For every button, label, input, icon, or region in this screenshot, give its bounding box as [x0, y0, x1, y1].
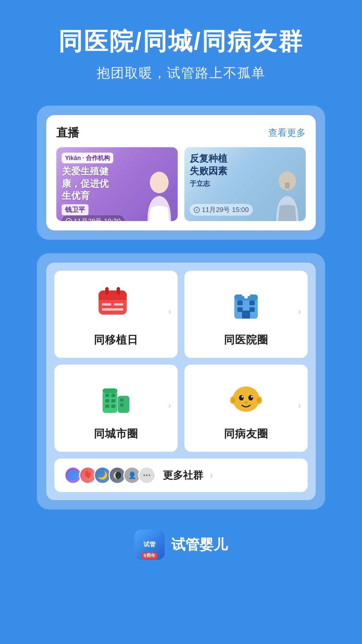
group-item-city[interactable]: › — [54, 365, 178, 452]
svg-rect-23 — [111, 394, 115, 397]
clock-icon-1 — [66, 218, 72, 221]
live-item-1[interactable]: Yikān · 合作机构 关爱生殖健康，促进优生优育 钱卫平 11月28号 19… — [56, 147, 178, 221]
app-icon[interactable]: 试管 9周年 — [134, 530, 165, 560]
live-badge-1: Yikān · 合作机构 — [62, 153, 113, 163]
svg-rect-15 — [249, 301, 255, 305]
more-communities-bar[interactable]: 🌐 🎈 🌙 🌘 👤 ··· 更多社群 › — [54, 459, 308, 492]
live-label: 直播 — [56, 125, 79, 141]
svg-point-0 — [150, 172, 169, 193]
svg-rect-8 — [102, 303, 111, 306]
svg-rect-17 — [249, 307, 255, 312]
svg-point-31 — [233, 386, 259, 412]
group-label-transplant: 同移植日 — [94, 333, 138, 347]
more-communities-label: 更多社群 — [163, 469, 203, 482]
doctor-figure-2 — [269, 164, 306, 221]
svg-rect-29 — [120, 404, 124, 407]
svg-rect-7 — [117, 287, 120, 294]
group-label-hospital: 同医院圈 — [224, 333, 268, 347]
svg-point-37 — [248, 395, 253, 400]
svg-rect-19 — [242, 293, 250, 296]
live-header: 直播 查看更多 — [56, 125, 306, 141]
svg-rect-2 — [285, 182, 290, 189]
group-item-friend[interactable]: › — [184, 365, 308, 452]
svg-rect-25 — [111, 399, 115, 402]
groups-grid: › — [54, 271, 308, 452]
svg-rect-6 — [105, 287, 109, 294]
svg-rect-30 — [103, 388, 117, 393]
groups-card: › — [37, 253, 325, 509]
hero-section: 同医院/同城/同病友群 抱团取暖，试管路上不孤单 — [0, 0, 362, 96]
footer: 试管 9周年 试管婴儿 — [134, 530, 228, 560]
app-icon-badge: 9周年 — [141, 552, 158, 559]
community-avatars: 🌐 🎈 🌙 🌘 👤 ··· — [64, 467, 153, 484]
hero-subtitle: 抱团取暖，试管路上不孤单 — [13, 64, 349, 82]
svg-rect-22 — [105, 394, 109, 397]
groups-inner: › — [46, 263, 316, 500]
svg-rect-16 — [237, 307, 243, 312]
svg-point-35 — [257, 397, 261, 403]
app-name: 试管婴儿 — [171, 535, 228, 554]
svg-point-39 — [251, 396, 253, 398]
more-communities-chevron: › — [210, 470, 213, 481]
calendar-icon — [96, 284, 136, 325]
svg-rect-28 — [120, 398, 124, 401]
svg-point-36 — [239, 395, 244, 400]
live-inner: 直播 查看更多 Yikān · 合作机构 关爱生殖健康，促进优生优育 钱卫平 — [46, 115, 316, 230]
svg-rect-14 — [237, 301, 243, 305]
friend-icon — [226, 378, 266, 419]
svg-rect-10 — [102, 308, 123, 311]
group-item-hospital[interactable]: › — [184, 271, 308, 358]
chevron-icon-friend: › — [298, 401, 301, 410]
svg-rect-13 — [242, 311, 250, 319]
live-time-2: 11月29号 15:00 — [190, 204, 253, 216]
svg-rect-5 — [99, 296, 127, 300]
chevron-icon-hospital: › — [298, 307, 301, 316]
city-icon — [96, 378, 136, 419]
doctor-figure-1 — [141, 164, 178, 221]
chevron-icon-transplant: › — [168, 307, 171, 316]
svg-point-38 — [242, 396, 243, 398]
community-avatar-dots: ··· — [138, 467, 156, 484]
svg-rect-26 — [105, 405, 109, 408]
live-time-text-1: 11月28号 19:30 — [74, 217, 121, 221]
svg-rect-24 — [105, 399, 109, 402]
hospital-icon — [226, 284, 266, 325]
group-label-city: 同城市圈 — [94, 427, 138, 441]
live-doctor-1: 钱卫平 — [62, 204, 88, 215]
svg-rect-9 — [114, 303, 123, 306]
live-item-2[interactable]: 反复种植失败因素 于立志 11月29号 15:00 — [184, 147, 306, 221]
group-label-friend: 同病友圈 — [224, 427, 268, 441]
chevron-icon-city: › — [168, 401, 171, 410]
hero-title: 同医院/同城/同病友群 — [13, 27, 349, 56]
svg-point-40 — [244, 401, 248, 404]
live-card: 直播 查看更多 Yikān · 合作机构 关爱生殖健康，促进优生优育 钱卫平 — [37, 106, 325, 240]
live-time-1: 11月28号 19:30 — [62, 215, 125, 221]
app-icon-text: 试管 — [143, 541, 156, 548]
svg-point-34 — [231, 397, 235, 403]
group-item-transplant[interactable]: › — [54, 271, 178, 358]
live-time-text-2: 11月29号 15:00 — [202, 205, 249, 214]
clock-icon-2 — [194, 207, 200, 213]
live-more-button[interactable]: 查看更多 — [268, 126, 306, 139]
svg-rect-27 — [111, 405, 115, 408]
live-items: Yikān · 合作机构 关爱生殖健康，促进优生优育 钱卫平 11月28号 19… — [56, 147, 306, 221]
